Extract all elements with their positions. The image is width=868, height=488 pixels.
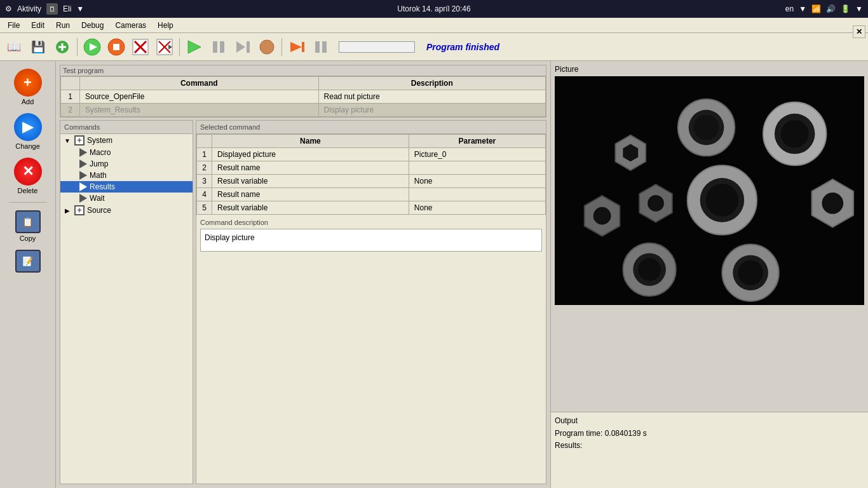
row-2-num: 2 bbox=[61, 104, 80, 117]
sc-row-4[interactable]: 4 Result name bbox=[197, 188, 546, 201]
test-program-panel: Test program Command Description 1 Sourc… bbox=[60, 65, 546, 118]
stop-button[interactable] bbox=[105, 36, 128, 58]
results-label: Results bbox=[90, 182, 115, 191]
row-2-description: Display picture bbox=[318, 104, 545, 117]
power-dropdown[interactable]: ▼ bbox=[855, 4, 863, 13]
open-book-button[interactable]: 📖 bbox=[3, 36, 25, 58]
sc-row-2-name: Result name bbox=[212, 161, 409, 175]
menu-help[interactable]: Help bbox=[153, 20, 179, 31]
titlebar-left: ⚙ Aktivity 🗒 Eli ▼ bbox=[5, 3, 84, 15]
pause2-button[interactable] bbox=[309, 36, 332, 58]
menubar: File Edit Run Debug Cameras Help bbox=[0, 18, 868, 33]
copy-label: Copy bbox=[20, 234, 36, 242]
svg-point-42 bbox=[638, 258, 661, 281]
play-from-button[interactable] bbox=[183, 36, 206, 58]
sc-row-3[interactable]: 3 Result variable None bbox=[197, 175, 546, 188]
selected-command-table: Name Parameter 1 Displayed picture Pictu… bbox=[196, 134, 546, 215]
jump-play-icon bbox=[79, 159, 87, 168]
menu-cameras[interactable]: Cameras bbox=[110, 20, 151, 31]
step-x-button[interactable] bbox=[153, 36, 176, 58]
jump-label: Jump bbox=[90, 159, 108, 168]
change-label: Change bbox=[15, 142, 40, 150]
copy-button[interactable]: 📋 Copy bbox=[5, 208, 51, 245]
play-button[interactable] bbox=[81, 36, 104, 58]
close-button[interactable]: ✕ bbox=[853, 25, 865, 38]
sc-row-3-param: None bbox=[409, 175, 545, 188]
add-icon: + bbox=[14, 69, 42, 97]
delete-button[interactable]: ✕ Delete bbox=[5, 155, 51, 197]
sc-row-1-name: Displayed picture bbox=[212, 148, 409, 161]
progress-bar bbox=[339, 41, 415, 53]
svg-marker-14 bbox=[188, 41, 201, 53]
tree-item-source[interactable]: ▶ + Source bbox=[60, 204, 193, 217]
tree-item-wait[interactable]: Wait bbox=[60, 193, 193, 204]
menu-edit[interactable]: Edit bbox=[26, 20, 50, 31]
macro-play-icon bbox=[79, 148, 87, 157]
svg-marker-20 bbox=[290, 42, 302, 52]
results-text: Results: bbox=[555, 440, 864, 452]
sc-row-2[interactable]: 2 Result name bbox=[197, 161, 546, 175]
svg-rect-16 bbox=[220, 41, 224, 53]
svg-point-45 bbox=[738, 260, 763, 285]
tree-item-math[interactable]: Math bbox=[60, 170, 193, 181]
sc-row-4-param bbox=[409, 188, 545, 201]
record-button[interactable] bbox=[255, 36, 278, 58]
svg-point-19 bbox=[260, 40, 274, 54]
macro-label: Macro bbox=[90, 148, 111, 157]
col-command-header: Command bbox=[80, 77, 319, 90]
svg-rect-21 bbox=[302, 42, 304, 52]
command-description-title: Command description bbox=[200, 219, 542, 226]
sc-col-num bbox=[197, 135, 212, 148]
svg-point-37 bbox=[781, 120, 809, 148]
svg-rect-22 bbox=[315, 41, 320, 53]
sidebar-sep bbox=[9, 202, 47, 203]
selected-command-panel: Selected command Name Parameter 1 Displa… bbox=[196, 120, 546, 484]
sc-row-5[interactable]: 5 Result variable None bbox=[197, 201, 546, 215]
save-button[interactable]: 💾 bbox=[27, 36, 50, 58]
titlebar-datetime: Utorok 14. apríl 20:46 bbox=[397, 4, 470, 13]
titlebar: ⚙ Aktivity 🗒 Eli ▼ Utorok 14. apríl 20:4… bbox=[0, 0, 868, 18]
svg-rect-15 bbox=[213, 41, 217, 53]
script-button[interactable]: 📝 bbox=[5, 247, 51, 276]
table-row[interactable]: 2 System_Results Display picture bbox=[61, 104, 546, 117]
row-1-command: Source_OpenFile bbox=[80, 90, 319, 104]
system-plus-icon[interactable]: + bbox=[74, 135, 85, 146]
table-row[interactable]: 1 Source_OpenFile Read nut picture bbox=[61, 90, 546, 104]
toolbar-sep-1 bbox=[77, 38, 78, 56]
commands-title: Commands bbox=[60, 121, 193, 134]
tree-item-jump[interactable]: Jump bbox=[60, 158, 193, 170]
program-status: Program finished bbox=[426, 42, 499, 52]
add-button[interactable]: + Add bbox=[5, 66, 51, 108]
locale-dropdown[interactable]: ▼ bbox=[799, 4, 806, 13]
source-plus-icon[interactable]: + bbox=[74, 205, 85, 215]
sc-col-param: Parameter bbox=[409, 135, 545, 148]
pause-button[interactable] bbox=[207, 36, 230, 58]
arrow-right-button[interactable] bbox=[285, 36, 308, 58]
row-1-num: 1 bbox=[61, 90, 80, 104]
system-toggle[interactable]: ▼ bbox=[63, 136, 72, 145]
program-time-text: Program time: 0.0840139 s bbox=[555, 428, 864, 440]
svg-point-34 bbox=[706, 184, 739, 217]
svg-point-39 bbox=[822, 193, 843, 214]
sc-row-4-num: 4 bbox=[197, 188, 212, 201]
math-play-icon bbox=[79, 171, 87, 180]
tree-item-results[interactable]: Results bbox=[60, 181, 193, 193]
system-label: System bbox=[87, 136, 112, 145]
new-button[interactable] bbox=[51, 36, 74, 58]
tree-item-system[interactable]: ▼ + System bbox=[60, 134, 193, 147]
battery-icon: 🔋 bbox=[841, 4, 850, 13]
col-description-header: Description bbox=[318, 77, 545, 90]
menu-debug[interactable]: Debug bbox=[76, 20, 109, 31]
step-forward-button[interactable] bbox=[231, 36, 254, 58]
sc-row-1[interactable]: 1 Displayed picture Picture_0 bbox=[197, 148, 546, 161]
svg-marker-17 bbox=[236, 41, 245, 53]
bottom-section: Commands ▼ + System Macro Jump bbox=[60, 120, 546, 484]
source-toggle[interactable]: ▶ bbox=[63, 206, 72, 215]
change-button[interactable]: ▶ Change bbox=[5, 111, 51, 152]
menu-file[interactable]: File bbox=[3, 20, 25, 31]
picture-title: Picture bbox=[555, 65, 864, 74]
menu-run[interactable]: Run bbox=[51, 20, 75, 31]
clear-x-button[interactable] bbox=[129, 36, 152, 58]
tree-item-macro[interactable]: Macro bbox=[60, 147, 193, 158]
window-dropdown-icon[interactable]: ▼ bbox=[76, 4, 84, 13]
